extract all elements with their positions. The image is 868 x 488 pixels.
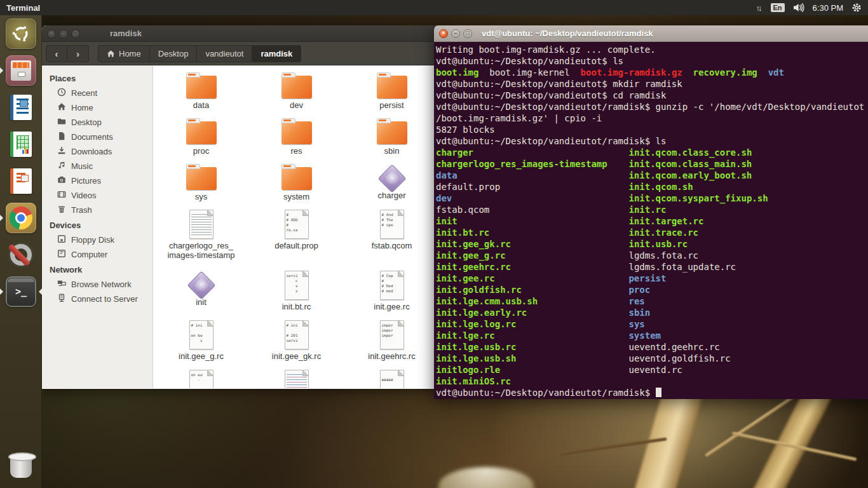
system-tray: ↑↓ En 6:30 PM bbox=[756, 3, 868, 13]
clock-label[interactable]: 6:30 PM bbox=[813, 3, 843, 13]
sidebar-item-floppy-disk[interactable]: Floppy Disk bbox=[42, 233, 153, 247]
sidebar-item-trash[interactable]: Trash bbox=[42, 203, 153, 217]
file-manager-titlebar[interactable]: × – □ ramdisk bbox=[42, 25, 440, 42]
file-item-sbin[interactable]: sbin bbox=[344, 116, 440, 162]
close-icon[interactable]: × bbox=[439, 29, 448, 38]
forward-button[interactable]: › bbox=[67, 45, 89, 62]
trash-bucket-icon bbox=[10, 456, 32, 478]
text-file-icon: servi c s s bbox=[285, 271, 309, 300]
sidebar-item-browse-network[interactable]: Browse Network bbox=[42, 277, 153, 292]
file-item-sys[interactable]: sys bbox=[154, 162, 249, 208]
breadcrumb-desktop[interactable]: Desktop bbox=[150, 45, 198, 62]
text-file-icon: # # ADD # ro.se bbox=[285, 210, 309, 239]
file-item-init[interactable]: init bbox=[154, 269, 249, 318]
terminal-line: init.lge.early.rc sbin bbox=[436, 307, 868, 318]
file-item-proc[interactable]: proc bbox=[154, 116, 249, 162]
terminal-line: vdt@ubuntu:~/Desktop/vandieutot$ mkdir r… bbox=[436, 78, 868, 90]
file-item-init.gee_g.rc[interactable]: # ini on bo sinit.gee_g.rc bbox=[154, 318, 249, 368]
file-item-fstab.qcom[interactable]: # And # The # spefstab.qcom bbox=[344, 208, 440, 269]
terminal-output[interactable]: Writing boot.img-ramdisk.gz ... complete… bbox=[434, 42, 868, 399]
terminal-line: default.prop init.qcom.sh bbox=[436, 181, 868, 193]
sidebar-item-documents[interactable]: Documents bbox=[42, 130, 153, 144]
file-item[interactable]: ##### bbox=[344, 368, 440, 388]
sidebar-item-downloads[interactable]: Downloads bbox=[42, 144, 153, 159]
icon-view[interactable]: datadevpersistprocressbinsyssystemcharge… bbox=[153, 65, 440, 388]
file-item-chargerlogo_res_[interactable]: chargerlogo_res_ images-timestamp bbox=[154, 208, 249, 269]
maximize-icon[interactable]: □ bbox=[71, 29, 80, 38]
sidebar-item-label: Computer bbox=[71, 250, 107, 259]
breadcrumb-vandieutot[interactable]: vandieutot bbox=[197, 45, 252, 62]
file-item-init.gee.rc[interactable]: # Cop # # Red # modinit.gee.rc bbox=[344, 269, 440, 318]
terminal-titlebar[interactable]: × – □ vdt@ubuntu: ~/Desktop/vandieutot/r… bbox=[434, 25, 868, 42]
keyboard-layout-badge[interactable]: En bbox=[771, 3, 785, 12]
breadcrumb-home[interactable]: Home bbox=[98, 45, 150, 62]
folder-icon bbox=[281, 121, 312, 144]
file-label: data bbox=[193, 100, 209, 110]
launcher-item-files[interactable] bbox=[0, 52, 42, 89]
keyboard-indicator-arrows-icon[interactable]: ↑↓ bbox=[756, 3, 763, 13]
text-file-icon bbox=[189, 210, 214, 239]
file-label: init.gee.rc bbox=[374, 302, 409, 311]
close-icon[interactable]: × bbox=[47, 29, 56, 38]
file-item-system[interactable]: system bbox=[249, 162, 344, 208]
launcher-item-libreoffice-impress[interactable] bbox=[0, 163, 42, 200]
running-indicator bbox=[0, 215, 3, 221]
sidebar-item-computer[interactable]: Computer bbox=[42, 247, 153, 262]
file-item-init.bt.rc[interactable]: servi c s sinit.bt.rc bbox=[249, 269, 344, 318]
launcher-item-libreoffice-writer[interactable] bbox=[0, 89, 42, 126]
writer-document-icon bbox=[6, 92, 36, 123]
file-label: dev bbox=[290, 100, 303, 110]
terminal-title: vdt@ubuntu: ~/Desktop/vandieutot/ramdisk bbox=[482, 29, 653, 38]
text-file-icon: # ini on bo s bbox=[189, 320, 214, 349]
launcher-item-chrome-browser[interactable] bbox=[0, 200, 42, 236]
places-sidebar: PlacesRecentHomeDesktopDocumentsDownload… bbox=[42, 65, 153, 388]
file-item-charger[interactable]: charger bbox=[344, 162, 440, 208]
text-file-icon: # Cop # # Red # mod bbox=[380, 271, 404, 300]
file-item-res[interactable]: res bbox=[249, 116, 344, 162]
sidebar-item-label: Recent bbox=[71, 88, 97, 98]
sidebar-item-label: Browse Network bbox=[71, 280, 132, 289]
file-item-init.geehrc.rc[interactable]: impor impor imporinit.geehrc.rc bbox=[344, 318, 440, 368]
terminal-line: init.gee.rc persist bbox=[436, 273, 868, 284]
file-item[interactable]: on ea - bbox=[154, 368, 249, 388]
unity-launcher: >_ bbox=[0, 15, 42, 488]
minimize-icon[interactable]: – bbox=[59, 29, 68, 38]
minimize-icon[interactable]: – bbox=[451, 29, 460, 38]
sidebar-item-pictures[interactable]: Pictures bbox=[42, 173, 153, 188]
sidebar-item-label: Downloads bbox=[71, 147, 112, 156]
sidebar-item-label: Home bbox=[71, 103, 93, 112]
emblem-diamond-icon bbox=[377, 164, 406, 193]
sidebar-item-videos[interactable]: Videos bbox=[42, 188, 153, 203]
breadcrumb-ramdisk[interactable]: ramdisk bbox=[252, 45, 301, 62]
file-item-persist[interactable]: persist bbox=[344, 71, 440, 116]
file-item-default.prop[interactable]: # # ADD # ro.sedefault.prop bbox=[249, 208, 344, 269]
terminal-line: init.lge.cmm.usb.sh res bbox=[436, 295, 868, 307]
file-item[interactable] bbox=[249, 368, 344, 388]
file-label: init.bt.rc bbox=[282, 302, 311, 311]
sidebar-item-connect-to-server[interactable]: Connect to Server bbox=[42, 292, 153, 306]
back-button[interactable]: ‹ bbox=[46, 45, 67, 62]
session-gear-icon[interactable] bbox=[851, 3, 862, 13]
terminal-line: init.geehrc.rc lgdms.fota_update.rc bbox=[436, 261, 868, 273]
sidebar-item-recent[interactable]: Recent bbox=[42, 86, 153, 100]
terminal-line: vdt@ubuntu:~/Desktop/vandieutot$ cd ramd… bbox=[436, 90, 868, 101]
maximize-icon[interactable]: □ bbox=[463, 29, 472, 38]
sidebar-item-desktop[interactable]: Desktop bbox=[42, 115, 153, 130]
sidebar-item-music[interactable]: Music bbox=[42, 159, 153, 173]
music-icon bbox=[57, 161, 66, 172]
file-item-data[interactable]: data bbox=[154, 71, 249, 116]
folder-icon bbox=[186, 167, 217, 190]
focused-indicator bbox=[39, 288, 42, 295]
launcher-item-libreoffice-calc[interactable] bbox=[0, 126, 42, 163]
sidebar-item-label: Connect to Server bbox=[71, 294, 138, 304]
launcher-item-dash-home[interactable] bbox=[0, 15, 42, 52]
volume-icon[interactable] bbox=[793, 3, 804, 13]
file-item-init.gee_gk.rc[interactable]: # ini # 201 serviinit.gee_gk.rc bbox=[249, 318, 344, 368]
launcher-item-system-settings[interactable] bbox=[0, 236, 42, 273]
terminal-line: data init.qcom.early_boot.sh bbox=[436, 170, 868, 181]
file-item-dev[interactable]: dev bbox=[249, 71, 344, 116]
launcher-item-terminal-app[interactable]: >_ bbox=[0, 273, 42, 310]
terminal-line: fstab.qcom init.rc bbox=[436, 204, 868, 215]
sidebar-item-home[interactable]: Home bbox=[42, 100, 153, 115]
launcher-item-trash[interactable] bbox=[0, 449, 42, 485]
